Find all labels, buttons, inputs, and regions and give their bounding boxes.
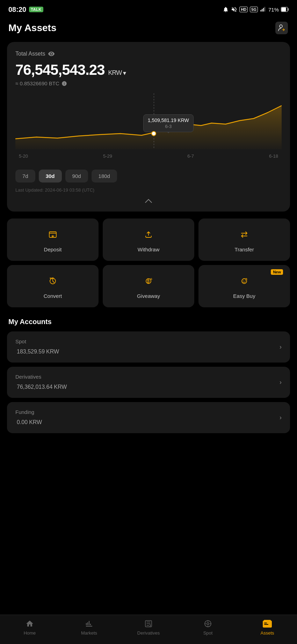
action-grid: Deposit Withdraw Transfer Convert ₿ Give… [7, 219, 290, 307]
transfer-label: Transfer [234, 246, 254, 252]
home-icon [26, 619, 34, 628]
deposit-icon [45, 227, 60, 242]
easybuy-button[interactable]: New Easy Buy [198, 265, 290, 307]
nav-markets[interactable]: Markets [75, 619, 103, 636]
easybuy-label: Easy Buy [233, 293, 255, 299]
markets-icon [85, 619, 93, 628]
svg-point-19 [243, 280, 244, 281]
nav-spot-label: Spot [203, 630, 213, 636]
chevron-up-icon [144, 198, 153, 203]
withdraw-label: Withdraw [138, 246, 160, 252]
filter-30d[interactable]: 30d [39, 170, 62, 183]
chart-tooltip: 1,509,581.19 KRW 6-3 [143, 114, 194, 132]
mute-icon [231, 6, 237, 13]
svg-rect-26 [264, 623, 267, 623]
transfer-icon [237, 227, 252, 242]
svg-rect-25 [264, 620, 271, 621]
status-icons: HD 5G 71% [223, 6, 289, 13]
total-assets-label: Total Assets [15, 50, 282, 57]
assets-label-text: Total Assets [15, 51, 45, 57]
page-header: My Assets [0, 17, 297, 42]
svg-rect-5 [282, 8, 286, 12]
profile-transfer-icon [275, 22, 288, 34]
asset-card: Total Assets 76,545,543.23 KRW ▾ ≈ 0.853… [7, 42, 290, 212]
alarm-icon [223, 6, 229, 13]
withdraw-icon [141, 227, 156, 242]
derivatives-icon [144, 619, 153, 628]
nav-assets[interactable]: Assets [253, 619, 281, 636]
svg-rect-2 [263, 8, 264, 12]
accounts-section-title: My Accounts [0, 314, 297, 331]
svg-rect-17 [238, 275, 251, 287]
nav-home-label: Home [24, 630, 36, 636]
nav-spot[interactable]: Spot [194, 619, 222, 636]
derivatives-account-name: Derivatives [15, 374, 67, 380]
asset-chart: 1,509,581.19 KRW 6-3 5-20 5-29 6-7 6-18 [15, 93, 282, 163]
convert-icon [45, 273, 60, 289]
spot-icon [204, 619, 212, 628]
asset-amount-display: 76,545,543.23 KRW ▾ [15, 62, 282, 78]
transfer-button[interactable]: Transfer [198, 219, 290, 261]
collapse-btn[interactable] [15, 198, 282, 203]
funding-account-amount: 0.00KRW [15, 417, 42, 426]
x-axis: 5-20 5-29 6-7 6-18 [15, 153, 282, 159]
withdraw-button[interactable]: Withdraw [103, 219, 194, 261]
talk-badge: TALK [29, 7, 43, 12]
svg-rect-1 [262, 9, 262, 12]
profile-icon-btn[interactable] [275, 21, 289, 35]
filter-7d[interactable]: 7d [15, 170, 35, 183]
svg-rect-11 [238, 228, 251, 241]
svg-rect-27 [264, 624, 268, 625]
info-icon [61, 81, 67, 86]
5g-badge: 5G [250, 7, 258, 12]
giveaway-icon: ₿ [141, 273, 156, 289]
svg-rect-0 [260, 10, 261, 12]
filter-180d[interactable]: 180d [92, 170, 117, 183]
amount-value: 76,545,543.23 [15, 62, 105, 78]
convert-label: Convert [44, 293, 62, 299]
spot-arrow: › [280, 343, 282, 351]
bottom-nav: Home Markets Derivatives Spot Assets [0, 615, 297, 644]
page-title: My Assets [8, 22, 56, 34]
svg-point-20 [245, 280, 246, 281]
btc-equiv: ≈ 0.85326690 BTC [15, 80, 282, 86]
derivatives-account-card[interactable]: Derivatives 76,362,013.64KRW › [7, 367, 290, 398]
deposit-button[interactable]: Deposit [7, 219, 99, 261]
spot-account-amount: 183,529.59KRW [15, 346, 59, 356]
svg-point-23 [207, 623, 209, 625]
hd-badge: HD [239, 7, 248, 12]
spot-account-name: Spot [15, 338, 59, 344]
svg-rect-6 [275, 22, 288, 34]
derivatives-arrow: › [280, 379, 282, 386]
derivatives-account-info: Derivatives 76,362,013.64KRW [15, 374, 67, 391]
spot-account-card[interactable]: Spot 183,529.59KRW › [7, 331, 290, 363]
deposit-label: Deposit [44, 246, 62, 252]
funding-account-info: Funding 0.00KRW [15, 409, 42, 426]
new-badge: New [271, 269, 283, 275]
assets-icon [263, 619, 272, 628]
convert-button[interactable]: Convert [7, 265, 99, 307]
battery-display: 71% [268, 7, 279, 13]
easybuy-icon [237, 273, 252, 289]
nav-assets-label: Assets [260, 630, 274, 636]
status-time: 08:20 TALK [8, 6, 43, 14]
derivatives-account-amount: 76,362,013.64KRW [15, 382, 67, 391]
spot-account-info: Spot 183,529.59KRW [15, 338, 59, 356]
svg-rect-3 [265, 7, 265, 12]
filter-90d[interactable]: 90d [65, 170, 88, 183]
time-display: 08:20 [8, 6, 26, 14]
signal-icon [260, 6, 266, 13]
funding-account-card[interactable]: Funding 0.00KRW › [7, 402, 290, 433]
funding-arrow: › [280, 414, 282, 421]
giveaway-label: Giveaway [137, 293, 160, 299]
giveaway-button[interactable]: ₿ Giveaway [103, 265, 194, 307]
nav-markets-label: Markets [81, 630, 97, 636]
tooltip-date: 6-3 [148, 124, 189, 129]
last-updated: Last Updated: 2024-06-19 03:58 (UTC) [15, 187, 282, 193]
nav-derivatives[interactable]: Derivatives [135, 619, 162, 636]
nav-home[interactable]: Home [16, 619, 44, 636]
eye-icon[interactable] [48, 50, 55, 57]
tooltip-value: 1,509,581.19 KRW [148, 117, 189, 123]
status-bar: 08:20 TALK HD 5G 71% [0, 0, 297, 17]
nav-derivatives-label: Derivatives [137, 630, 160, 636]
